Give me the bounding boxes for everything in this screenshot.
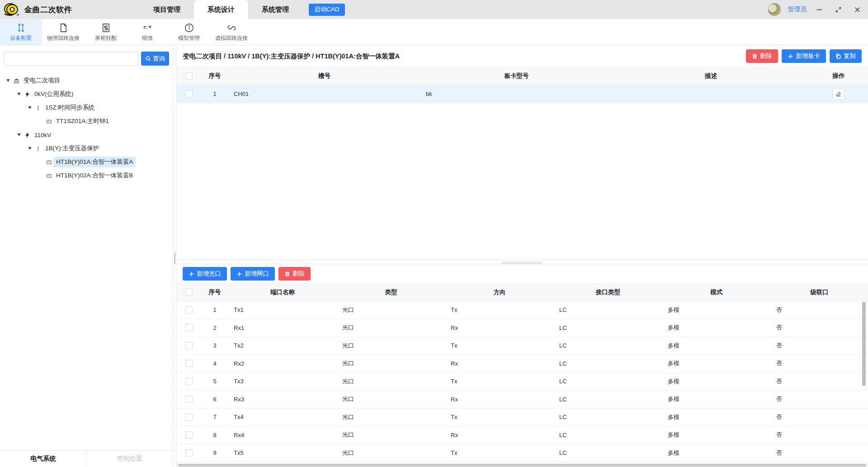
port-cell-type: 光口 xyxy=(337,391,445,408)
nav-tab-系统管理[interactable]: 系统管理 xyxy=(248,0,302,19)
board-header-op: 操作 xyxy=(809,67,868,85)
nav-tabs: 项目管理 系统设计 系统管理 xyxy=(140,0,302,19)
add-board-button[interactable]: 新增板卡 xyxy=(782,49,826,63)
port-table-row[interactable]: 2 Rx1 光口 Rx LC 多模 否 xyxy=(176,319,868,337)
select-all-ports-checkbox[interactable] xyxy=(185,289,193,296)
ribbon-item-label: 物理回路连接 xyxy=(47,34,80,43)
add-network-port-button[interactable]: 新增网口 xyxy=(231,267,275,281)
plus-icon xyxy=(788,53,793,59)
search-button[interactable]: 查询 xyxy=(141,52,169,66)
ribbon-item-设备配置[interactable]: 设备配置 xyxy=(0,19,42,45)
building-icon xyxy=(12,77,21,84)
tab-spatial-position[interactable]: 空间位置 xyxy=(87,451,173,467)
physical-circuit-icon xyxy=(58,22,69,33)
board-cell-desc xyxy=(613,85,809,103)
select-all-checkbox[interactable] xyxy=(185,72,193,80)
tree-item[interactable]: 变电二次项目 xyxy=(0,74,173,87)
tree-item[interactable]: 110kV xyxy=(0,128,173,142)
port-cell-interface: LC xyxy=(554,355,662,372)
port-cell-mode: 多模 xyxy=(662,426,771,444)
add-optical-port-button[interactable]: 新增光口 xyxy=(183,267,227,281)
row-checkbox[interactable] xyxy=(185,431,193,438)
port-table-body: 1 Tx1 光口 Tx LC 多模 否 2 Rx1 光口 Rx LC 多模 否 … xyxy=(176,301,868,467)
delete-board-button[interactable]: 删除 xyxy=(746,49,778,63)
port-table-row[interactable]: 6 Rx3 光口 Rx LC 多模 否 xyxy=(176,391,868,409)
tree-item[interactable]: 1SZ:时间同步系统 xyxy=(0,101,173,114)
caret-down-icon[interactable] xyxy=(15,133,23,136)
nav-tab-项目管理[interactable]: 项目管理 xyxy=(140,0,194,19)
launch-cad-button[interactable]: 启动CAD xyxy=(309,4,345,16)
caret-down-icon[interactable] xyxy=(5,79,12,82)
row-checkbox[interactable] xyxy=(185,449,193,457)
port-cell-direction: Tx xyxy=(445,337,554,355)
port-table-row[interactable]: 3 Tx2 光口 Tx LC 多模 否 xyxy=(176,337,868,355)
ribbon-item-屏柜转配[interactable]: 屏柜转配 xyxy=(85,19,127,45)
port-cell-mode: 多模 xyxy=(662,391,771,408)
port-table-row[interactable]: 8 Rx4 光口 Rx LC 多模 否 xyxy=(176,426,868,444)
tree-item[interactable]: HT1B(Y)02A:合智一体装置B xyxy=(0,169,173,182)
user-avatar[interactable] xyxy=(768,3,781,16)
port-header-direction: 方向 xyxy=(445,284,554,301)
vertical-splitter-handle[interactable] xyxy=(174,253,175,264)
trash-icon xyxy=(752,53,758,59)
copy-button[interactable]: 复制 xyxy=(830,49,862,63)
maximize-button[interactable] xyxy=(832,3,844,16)
port-table-row[interactable]: 1 Tx1 光口 Tx LC 多模 否 xyxy=(176,301,868,319)
vertical-scrollbar-thumb[interactable] xyxy=(862,302,866,386)
row-checkbox[interactable] xyxy=(185,324,193,331)
port-cell-mode: 多模 xyxy=(662,319,771,337)
delete-port-button[interactable]: 删除 xyxy=(278,267,311,281)
ribbon-item-虚拟回路连接[interactable]: 虚拟回路连接 xyxy=(210,19,253,45)
port-table-row[interactable]: 4 Rx2 光口 Rx LC 多模 否 xyxy=(176,355,868,373)
ribbon-item-物理回路连接[interactable]: 物理回路连接 xyxy=(42,19,85,45)
port-table-row[interactable]: 5 Tx3 光口 Tx LC 多模 否 xyxy=(176,373,868,391)
ribbon-item-模型管理[interactable]: 模型管理 xyxy=(168,19,210,45)
ribbon-item-组缆[interactable]: 组缆 xyxy=(127,19,168,45)
cable-group-icon xyxy=(142,22,153,33)
port-table-row[interactable]: 7 Tx4 光口 Tx LC 多模 否 xyxy=(176,409,868,427)
plus-icon xyxy=(236,271,242,277)
port-cell-seq: 1 xyxy=(201,301,228,319)
row-checkbox[interactable] xyxy=(185,342,193,349)
nav-tab-label: 项目管理 xyxy=(153,5,180,13)
username-label[interactable]: 管理员 xyxy=(788,5,807,14)
port-table-row[interactable]: 9 Tx5 光口 Tx LC 多模 否 xyxy=(176,444,868,462)
tree-item[interactable]: 0kV(公用系统) xyxy=(0,87,173,101)
tree-item[interactable]: 1B(Y):主变压器保护 xyxy=(0,142,173,155)
edit-board-button[interactable] xyxy=(833,88,844,100)
vertical-splitter[interactable] xyxy=(173,45,176,467)
breadcrumb-row: 变电二次项目 / 110kV / 1B(Y):主变压器保护 / HT1B(Y)0… xyxy=(176,45,868,67)
port-cell-type: 光口 xyxy=(337,337,445,355)
caret-down-icon[interactable] xyxy=(26,106,33,109)
row-checkbox[interactable] xyxy=(185,306,193,314)
row-checkbox[interactable] xyxy=(185,378,193,385)
tree-item[interactable]: HT1B(Y)01A:合智一体装置A xyxy=(0,155,173,169)
row-checkbox[interactable] xyxy=(185,414,193,421)
tree-item-label: 0kV(公用系统) xyxy=(32,89,76,100)
port-cell-name: Rx1 xyxy=(228,319,337,337)
row-checkbox[interactable] xyxy=(185,360,193,367)
port-cell-name: Tx2 xyxy=(228,337,337,355)
bay-icon xyxy=(33,105,42,111)
horizontal-splitter-handle[interactable] xyxy=(502,261,542,265)
port-cell-seq: 5 xyxy=(201,373,228,391)
row-checkbox[interactable] xyxy=(185,396,193,403)
horizontal-splitter[interactable] xyxy=(176,260,868,264)
tree-item[interactable]: TT1SZ01A:主时钟1 xyxy=(0,114,173,128)
minimize-button[interactable] xyxy=(813,3,826,16)
board-table-row[interactable]: 1 CH01 bk xyxy=(176,85,868,103)
row-checkbox[interactable] xyxy=(185,91,193,98)
virtual-circuit-icon xyxy=(226,22,237,33)
search-input[interactable] xyxy=(4,52,138,66)
horizontal-scrollbar-thumb[interactable] xyxy=(178,464,866,467)
cabinet-assign-icon xyxy=(101,22,111,33)
horizontal-scrollbar[interactable] xyxy=(176,463,868,467)
tab-electrical-system[interactable]: 电气系统 xyxy=(0,451,87,467)
ribbon-item-label: 设备配置 xyxy=(10,34,32,43)
nav-tab-系统设计[interactable]: 系统设计 xyxy=(194,0,248,19)
close-button[interactable] xyxy=(851,3,863,16)
caret-down-icon[interactable] xyxy=(15,93,23,95)
device-config-icon xyxy=(16,22,26,33)
port-cell-mode: 多模 xyxy=(662,373,771,391)
caret-down-icon[interactable] xyxy=(26,147,33,150)
